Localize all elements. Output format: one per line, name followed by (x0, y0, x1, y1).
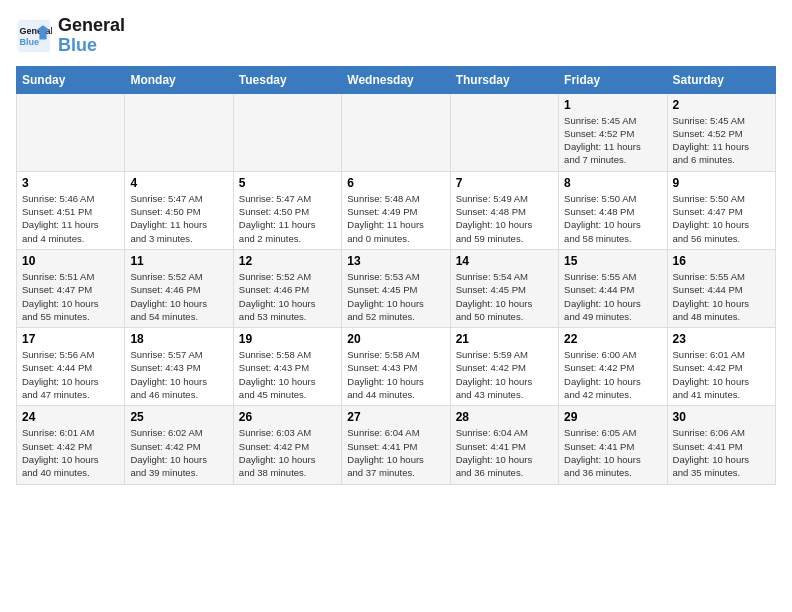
weekday-header-wednesday: Wednesday (342, 66, 450, 93)
day-number: 13 (347, 254, 444, 268)
calendar-cell (342, 93, 450, 171)
day-info: Sunrise: 5:55 AMSunset: 4:44 PMDaylight:… (673, 270, 770, 323)
day-info: Sunrise: 6:04 AMSunset: 4:41 PMDaylight:… (456, 426, 553, 479)
logo: General Blue GeneralBlue (16, 16, 125, 56)
calendar-cell (17, 93, 125, 171)
day-info: Sunrise: 5:55 AMSunset: 4:44 PMDaylight:… (564, 270, 661, 323)
calendar-cell: 27Sunrise: 6:04 AMSunset: 4:41 PMDayligh… (342, 406, 450, 484)
day-number: 27 (347, 410, 444, 424)
day-number: 11 (130, 254, 227, 268)
calendar-cell (233, 93, 341, 171)
day-info: Sunrise: 5:53 AMSunset: 4:45 PMDaylight:… (347, 270, 444, 323)
calendar-cell: 7Sunrise: 5:49 AMSunset: 4:48 PMDaylight… (450, 171, 558, 249)
calendar-cell: 19Sunrise: 5:58 AMSunset: 4:43 PMDayligh… (233, 328, 341, 406)
day-info: Sunrise: 5:52 AMSunset: 4:46 PMDaylight:… (239, 270, 336, 323)
calendar-cell: 9Sunrise: 5:50 AMSunset: 4:47 PMDaylight… (667, 171, 775, 249)
day-number: 5 (239, 176, 336, 190)
calendar-row-3: 17Sunrise: 5:56 AMSunset: 4:44 PMDayligh… (17, 328, 776, 406)
day-info: Sunrise: 5:58 AMSunset: 4:43 PMDaylight:… (347, 348, 444, 401)
calendar-cell: 29Sunrise: 6:05 AMSunset: 4:41 PMDayligh… (559, 406, 667, 484)
calendar-cell: 17Sunrise: 5:56 AMSunset: 4:44 PMDayligh… (17, 328, 125, 406)
calendar-cell: 25Sunrise: 6:02 AMSunset: 4:42 PMDayligh… (125, 406, 233, 484)
day-number: 12 (239, 254, 336, 268)
calendar-cell: 3Sunrise: 5:46 AMSunset: 4:51 PMDaylight… (17, 171, 125, 249)
day-info: Sunrise: 6:05 AMSunset: 4:41 PMDaylight:… (564, 426, 661, 479)
calendar-cell: 14Sunrise: 5:54 AMSunset: 4:45 PMDayligh… (450, 249, 558, 327)
calendar-cell: 28Sunrise: 6:04 AMSunset: 4:41 PMDayligh… (450, 406, 558, 484)
day-number: 7 (456, 176, 553, 190)
day-number: 17 (22, 332, 119, 346)
day-info: Sunrise: 5:50 AMSunset: 4:47 PMDaylight:… (673, 192, 770, 245)
calendar-cell: 12Sunrise: 5:52 AMSunset: 4:46 PMDayligh… (233, 249, 341, 327)
day-info: Sunrise: 5:59 AMSunset: 4:42 PMDaylight:… (456, 348, 553, 401)
calendar-cell: 16Sunrise: 5:55 AMSunset: 4:44 PMDayligh… (667, 249, 775, 327)
calendar-cell: 22Sunrise: 6:00 AMSunset: 4:42 PMDayligh… (559, 328, 667, 406)
calendar-cell: 10Sunrise: 5:51 AMSunset: 4:47 PMDayligh… (17, 249, 125, 327)
calendar-row-2: 10Sunrise: 5:51 AMSunset: 4:47 PMDayligh… (17, 249, 776, 327)
day-number: 21 (456, 332, 553, 346)
calendar-cell: 15Sunrise: 5:55 AMSunset: 4:44 PMDayligh… (559, 249, 667, 327)
day-info: Sunrise: 5:46 AMSunset: 4:51 PMDaylight:… (22, 192, 119, 245)
day-number: 22 (564, 332, 661, 346)
svg-text:General: General (20, 26, 52, 36)
weekday-header-row: SundayMondayTuesdayWednesdayThursdayFrid… (17, 66, 776, 93)
day-number: 2 (673, 98, 770, 112)
day-info: Sunrise: 5:54 AMSunset: 4:45 PMDaylight:… (456, 270, 553, 323)
calendar-cell: 8Sunrise: 5:50 AMSunset: 4:48 PMDaylight… (559, 171, 667, 249)
day-info: Sunrise: 6:06 AMSunset: 4:41 PMDaylight:… (673, 426, 770, 479)
weekday-header-tuesday: Tuesday (233, 66, 341, 93)
calendar-cell: 30Sunrise: 6:06 AMSunset: 4:41 PMDayligh… (667, 406, 775, 484)
day-number: 29 (564, 410, 661, 424)
day-info: Sunrise: 5:56 AMSunset: 4:44 PMDaylight:… (22, 348, 119, 401)
day-number: 30 (673, 410, 770, 424)
day-number: 20 (347, 332, 444, 346)
calendar-row-4: 24Sunrise: 6:01 AMSunset: 4:42 PMDayligh… (17, 406, 776, 484)
calendar-cell: 2Sunrise: 5:45 AMSunset: 4:52 PMDaylight… (667, 93, 775, 171)
day-number: 15 (564, 254, 661, 268)
day-number: 24 (22, 410, 119, 424)
day-info: Sunrise: 5:49 AMSunset: 4:48 PMDaylight:… (456, 192, 553, 245)
day-info: Sunrise: 5:50 AMSunset: 4:48 PMDaylight:… (564, 192, 661, 245)
day-info: Sunrise: 5:45 AMSunset: 4:52 PMDaylight:… (673, 114, 770, 167)
day-number: 4 (130, 176, 227, 190)
calendar-row-0: 1Sunrise: 5:45 AMSunset: 4:52 PMDaylight… (17, 93, 776, 171)
day-number: 19 (239, 332, 336, 346)
calendar-cell: 20Sunrise: 5:58 AMSunset: 4:43 PMDayligh… (342, 328, 450, 406)
day-info: Sunrise: 5:48 AMSunset: 4:49 PMDaylight:… (347, 192, 444, 245)
calendar-cell: 4Sunrise: 5:47 AMSunset: 4:50 PMDaylight… (125, 171, 233, 249)
calendar-row-1: 3Sunrise: 5:46 AMSunset: 4:51 PMDaylight… (17, 171, 776, 249)
day-number: 16 (673, 254, 770, 268)
header: General Blue GeneralBlue (16, 16, 776, 56)
day-info: Sunrise: 6:04 AMSunset: 4:41 PMDaylight:… (347, 426, 444, 479)
day-info: Sunrise: 6:03 AMSunset: 4:42 PMDaylight:… (239, 426, 336, 479)
calendar-cell (125, 93, 233, 171)
calendar-cell: 5Sunrise: 5:47 AMSunset: 4:50 PMDaylight… (233, 171, 341, 249)
day-info: Sunrise: 5:47 AMSunset: 4:50 PMDaylight:… (130, 192, 227, 245)
svg-text:Blue: Blue (20, 37, 40, 47)
calendar-cell: 26Sunrise: 6:03 AMSunset: 4:42 PMDayligh… (233, 406, 341, 484)
day-number: 3 (22, 176, 119, 190)
calendar-cell: 13Sunrise: 5:53 AMSunset: 4:45 PMDayligh… (342, 249, 450, 327)
weekday-header-saturday: Saturday (667, 66, 775, 93)
day-info: Sunrise: 5:47 AMSunset: 4:50 PMDaylight:… (239, 192, 336, 245)
day-number: 28 (456, 410, 553, 424)
logo-text: GeneralBlue (58, 16, 125, 56)
day-number: 18 (130, 332, 227, 346)
calendar-cell (450, 93, 558, 171)
day-number: 8 (564, 176, 661, 190)
day-info: Sunrise: 6:00 AMSunset: 4:42 PMDaylight:… (564, 348, 661, 401)
day-number: 9 (673, 176, 770, 190)
calendar-cell: 21Sunrise: 5:59 AMSunset: 4:42 PMDayligh… (450, 328, 558, 406)
day-number: 1 (564, 98, 661, 112)
weekday-header-monday: Monday (125, 66, 233, 93)
day-info: Sunrise: 6:01 AMSunset: 4:42 PMDaylight:… (22, 426, 119, 479)
calendar-cell: 1Sunrise: 5:45 AMSunset: 4:52 PMDaylight… (559, 93, 667, 171)
weekday-header-sunday: Sunday (17, 66, 125, 93)
calendar-cell: 11Sunrise: 5:52 AMSunset: 4:46 PMDayligh… (125, 249, 233, 327)
day-info: Sunrise: 5:52 AMSunset: 4:46 PMDaylight:… (130, 270, 227, 323)
day-number: 14 (456, 254, 553, 268)
calendar-table: SundayMondayTuesdayWednesdayThursdayFrid… (16, 66, 776, 485)
day-number: 26 (239, 410, 336, 424)
day-number: 6 (347, 176, 444, 190)
day-number: 25 (130, 410, 227, 424)
